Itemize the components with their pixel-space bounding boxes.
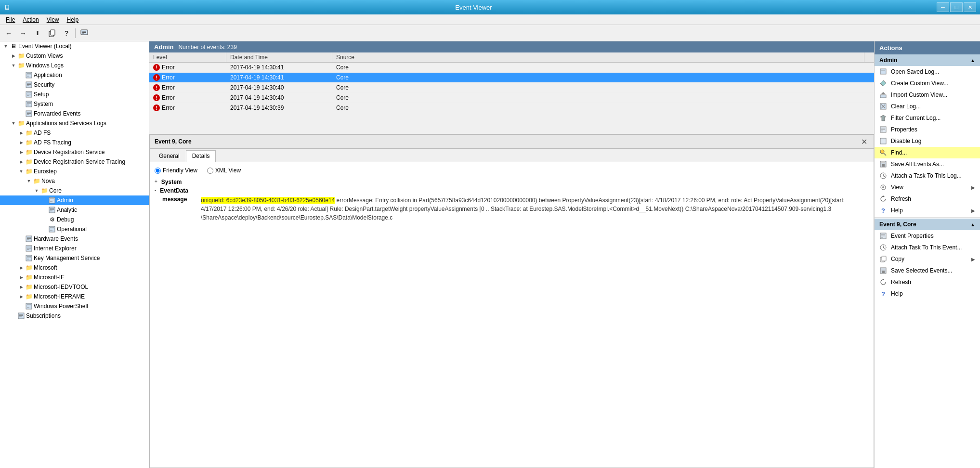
action-refresh-event[interactable]: Refresh (875, 276, 980, 288)
tree-item-system[interactable]: System (0, 99, 149, 109)
import-custom-view-icon (879, 91, 887, 99)
tree-item-microsoft-ie[interactable]: ▶ 📁 Microsoft-IE (0, 273, 149, 282)
tree-item-windows-powershell[interactable]: Windows PowerShell (0, 301, 149, 311)
tab-general[interactable]: General (153, 150, 186, 162)
tree-item-application[interactable]: Application (0, 70, 149, 80)
tree-item-setup[interactable]: Setup (0, 90, 149, 99)
tree-computer-icon: 🖥 (10, 42, 17, 50)
tree-item-nova[interactable]: ▼ 📁 Nova (0, 176, 149, 186)
menu-file[interactable]: File (2, 15, 19, 24)
event-table-body[interactable]: ! Error 2017-04-19 14:30:41 Core ! Error… (149, 63, 874, 134)
tree-label: Nova (41, 178, 149, 184)
event-row[interactable]: ! Error 2017-04-19 14:30:41 Core (149, 63, 874, 73)
actions-section-event[interactable]: Event 9, Core ▲ (875, 219, 980, 230)
action-open-saved-log[interactable]: Open Saved Log... (875, 66, 980, 78)
submenu-arrow-icon: ▶ (971, 208, 975, 213)
tree-item-microsoft-ieframe[interactable]: ▶ 📁 Microsoft-IEFRAME (0, 292, 149, 301)
up-button[interactable]: ⬆ (31, 27, 44, 39)
event-row[interactable]: ! Error 2017-04-19 14:30:39 Core (149, 103, 874, 113)
action-attach-task[interactable]: Attach a Task To This Log... (875, 170, 980, 182)
minimize-button[interactable]: ─ (937, 2, 949, 12)
action-attach-task-event[interactable]: Attach Task To This Event... (875, 242, 980, 253)
tree-item-ie[interactable]: Internet Explorer (0, 244, 149, 253)
tree-item-device-reg-tracing[interactable]: ▶ 📁 Device Registration Service Tracing (0, 157, 149, 167)
event-row[interactable]: ! Error 2017-04-19 14:30:41 Core (149, 73, 874, 83)
tab-details[interactable]: Details (186, 150, 216, 162)
tree-item-subscriptions[interactable]: Subscriptions (0, 311, 149, 321)
help-button[interactable]: ? (60, 27, 73, 39)
action-clear-log[interactable]: Clear Log... (875, 101, 980, 112)
action-help-admin[interactable]: ? Help ▶ (875, 205, 980, 216)
tree-label: Custom Views (26, 52, 149, 59)
tree-item-eurostep[interactable]: ▼ 📁 Eurostep (0, 167, 149, 176)
tree-item-core[interactable]: ▼ 📁 Core (0, 186, 149, 195)
tree-item-root[interactable]: ▼ 🖥 Event Viewer (Local) (0, 41, 149, 51)
maximize-button[interactable]: □ (950, 2, 963, 12)
tree-item-security[interactable]: Security (0, 80, 149, 90)
xml-view-radio[interactable]: XML View (207, 167, 241, 174)
action-properties[interactable]: Properties (875, 124, 980, 135)
system-label: System (161, 179, 182, 185)
menu-action[interactable]: Action (19, 15, 42, 24)
tree-item-windows-logs[interactable]: ▼ 📁 Windows Logs (0, 61, 149, 70)
eventdata-section-header[interactable]: - EventData (155, 187, 869, 194)
expand-icon (40, 216, 48, 223)
action-copy[interactable]: Copy ▶ (875, 253, 980, 265)
tree-item-custom-views[interactable]: ▶ 📁 Custom Views (0, 51, 149, 61)
close-button[interactable]: ✕ (964, 2, 976, 12)
properties-icon (879, 126, 887, 133)
forward-button[interactable]: → (16, 27, 30, 39)
action-help-event[interactable]: ? Help (875, 288, 980, 299)
svg-rect-18 (26, 101, 32, 107)
action-filter-current-log[interactable]: Filter Current Log... (875, 112, 980, 124)
expand-icon: ▶ (17, 148, 25, 156)
menu-view[interactable]: View (43, 15, 63, 24)
tree-item-operational[interactable]: Operational (0, 224, 149, 234)
tree-label: Device Registration Service (34, 149, 149, 156)
event-row[interactable]: ! Error 2017-04-19 14:30:40 Core (149, 93, 874, 103)
svg-line-89 (883, 247, 885, 248)
system-section-header[interactable]: + System (155, 179, 869, 185)
tree-item-app-services[interactable]: ▼ 📁 Applications and Services Logs (0, 118, 149, 128)
tree-item-debug[interactable]: ⚙ Debug (0, 215, 149, 224)
tree-folder-icon: 📁 (25, 283, 33, 291)
action-create-custom-view[interactable]: Create Custom View... (875, 78, 980, 89)
tree-folder-icon: 📁 (17, 119, 25, 127)
menu-help[interactable]: Help (63, 15, 83, 24)
svg-rect-46 (26, 255, 32, 261)
actions-section-admin[interactable]: Admin ▲ (875, 54, 980, 66)
back-button[interactable]: ← (2, 27, 15, 39)
action-disable-log[interactable]: Disable Log (875, 135, 980, 147)
action-save-all-events[interactable]: Save All Events As... (875, 158, 980, 170)
tree-item-device-reg[interactable]: ▶ 📁 Device Registration Service (0, 147, 149, 157)
action-save-selected[interactable]: Save Selected Events... (875, 265, 980, 276)
action-view[interactable]: View ▶ (875, 182, 980, 193)
event-detail: Event 9, Core ✕ General Details Friendly… (149, 134, 874, 468)
action-find[interactable]: Find... (875, 147, 980, 158)
close-button[interactable]: ✕ (859, 137, 869, 146)
svg-rect-54 (18, 313, 24, 319)
friendly-view-radio[interactable]: Friendly View (155, 167, 197, 174)
eventdata-label: EventData (160, 187, 188, 194)
properties-button[interactable] (78, 27, 91, 39)
tree-label: Security (34, 81, 149, 88)
tree-item-key-mgmt[interactable]: Key Management Service (0, 253, 149, 263)
tree-item-admin[interactable]: Admin (0, 195, 149, 205)
copy-button[interactable] (45, 27, 59, 39)
tree-item-forwarded-events[interactable]: Forwarded Events (0, 109, 149, 118)
tree-item-microsoft-iedvtool[interactable]: ▶ 📁 Microsoft-IEDVTOOL (0, 282, 149, 292)
tree-item-adfs[interactable]: ▶ 📁 AD FS (0, 128, 149, 138)
tree-label: AD FS Tracing (34, 139, 149, 146)
event-row[interactable]: ! Error 2017-04-19 14:30:40 Core (149, 83, 874, 93)
tree-item-microsoft[interactable]: ▶ 📁 Microsoft (0, 263, 149, 273)
tree-item-analytic[interactable]: Analytic (0, 205, 149, 215)
action-import-custom-view[interactable]: Import Custom View... (875, 89, 980, 101)
tree-log-icon (48, 196, 56, 204)
tree-log-icon (25, 100, 33, 108)
action-event-properties[interactable]: Event Properties (875, 230, 980, 242)
tree-item-adfs-tracing[interactable]: ▶ 📁 AD FS Tracing (0, 138, 149, 147)
column-level: Level (149, 52, 226, 62)
submenu-arrow-icon: ▶ (971, 185, 975, 190)
action-refresh[interactable]: Refresh (875, 193, 980, 205)
tree-item-hardware-events[interactable]: Hardware Events (0, 234, 149, 244)
